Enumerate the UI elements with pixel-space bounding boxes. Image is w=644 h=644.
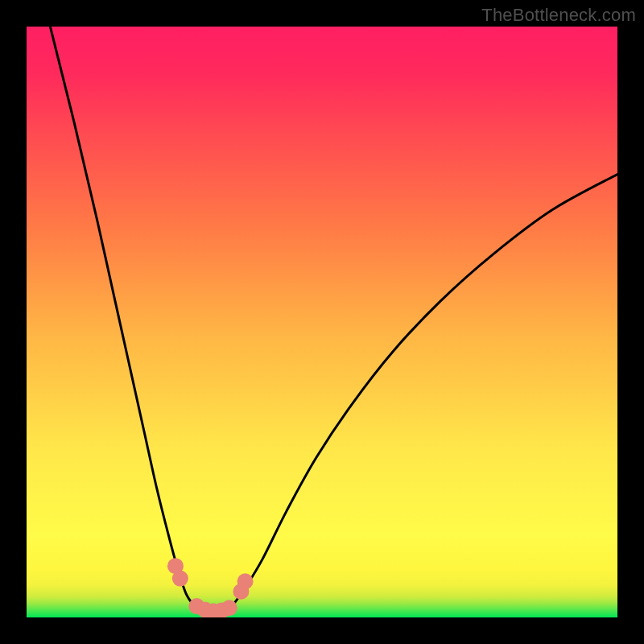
attribution-text: TheBottleneck.com (481, 5, 636, 26)
chart-overlay (27, 27, 617, 617)
marker-dots (167, 558, 254, 617)
curve-left-branch (50, 27, 195, 607)
marker-dot (221, 600, 237, 616)
chart-frame: TheBottleneck.com (0, 0, 644, 644)
curve-right-branch (233, 175, 617, 605)
marker-dot (172, 571, 188, 587)
marker-dot (237, 573, 254, 589)
plot-area (27, 27, 617, 617)
